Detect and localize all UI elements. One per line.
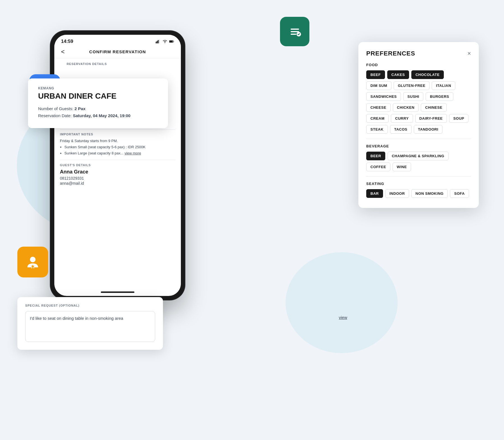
note-item-2: Sunken Large (seat capacity 8 pax... vie… [64, 150, 175, 156]
pref-divider-1 [366, 139, 471, 139]
food-tag-chocolate[interactable]: CHOCOLATE [411, 70, 444, 79]
food-tag-soup[interactable]: SOUP [449, 114, 468, 123]
battery-icon [169, 40, 174, 43]
menu-icon [287, 24, 303, 40]
beverage-tag-beer[interactable]: BEER [366, 152, 385, 160]
guests-label: Number of Guests: [38, 106, 73, 111]
important-notes-label: IMPORTANT NOTES [60, 133, 175, 136]
note-item-2-text: Sunken Large (seat capacity 8 pax... [64, 151, 123, 155]
note-line1: Friday & Saturday starts from 9 PM. [60, 138, 175, 144]
date-row: Reservation Date: Saturday, 04 May 2024,… [38, 113, 158, 118]
phone-screen: 14:59 [54, 35, 181, 296]
food-tags-container: BEEFCAKESCHOCOLATEDIM SUMGLUTEN-FREEITAL… [366, 70, 471, 134]
reservation-section-label: RESERVATION DETAILS [60, 58, 175, 68]
pref-divider-2 [366, 176, 471, 177]
seating-tag-non-smoking[interactable]: NON SMOKING [411, 189, 448, 198]
view-more-link[interactable]: view more [125, 151, 141, 155]
svg-rect-9 [158, 40, 159, 43]
date-label: Reservation Date: [38, 113, 72, 118]
svg-point-1 [30, 257, 36, 262]
status-bar: 14:59 [54, 35, 181, 47]
food-tag-burgers[interactable]: BURGERS [426, 92, 453, 101]
menu-app-icon[interactable] [280, 17, 309, 46]
special-request-card: SPECIAL REQUEST (OPTIONAL) [17, 297, 163, 350]
seating-section-label: SEATING [366, 182, 471, 186]
food-tag-gluten-free[interactable]: GLUTEN-FREE [394, 81, 430, 90]
food-tag-beef[interactable]: BEEF [366, 70, 385, 79]
signal-icon [156, 40, 161, 43]
wifi-icon [162, 40, 167, 43]
back-button[interactable]: < [61, 48, 65, 55]
guest-details-section: GUEST'S DETAILS Anna Grace 08121029331 a… [54, 163, 181, 186]
food-section-label: FOOD [366, 63, 471, 67]
beverage-tag-champagne---sparkling[interactable]: CHAMPAGNE & SPARKLING [388, 152, 448, 160]
food-tag-sushi[interactable]: SUSHI [403, 92, 423, 101]
beverage-tags-container: BEERCHAMPAGNE & SPARKLINGCOFFEEWINE [366, 152, 471, 171]
note-item-1: Sunken Small (seat capacity 5-6 pax) : I… [64, 144, 175, 150]
svg-rect-7 [156, 42, 157, 43]
seating-tag-indoor[interactable]: INDOOR [385, 189, 409, 198]
guests-value: 2 Pax [74, 106, 85, 111]
food-tag-cheese[interactable]: CHEESE [366, 103, 391, 112]
view-link[interactable]: view [339, 315, 347, 320]
special-request-label: SPECIAL REQUEST (OPTIONAL) [25, 304, 155, 307]
food-tag-chinese[interactable]: CHINESE [421, 103, 446, 112]
guest-name: Anna Grace [60, 169, 175, 175]
food-tag-cakes[interactable]: CAKES [387, 70, 409, 79]
svg-rect-3 [291, 29, 299, 30]
status-icons [156, 40, 174, 43]
food-tag-sandwiches[interactable]: SANDWICHES [366, 92, 401, 101]
food-tag-steak[interactable]: STEAK [366, 125, 388, 134]
food-tag-cream[interactable]: CREAM [366, 114, 389, 123]
restaurant-area: KEMANG [38, 86, 158, 90]
preferences-header: PREFERENCES × [366, 50, 471, 57]
seating-tag-bar[interactable]: BAR [366, 189, 383, 198]
reservation-section: RESERVATION DETAILS [54, 58, 181, 68]
notes-list: Sunken Small (seat capacity 5-6 pax) : I… [60, 144, 175, 156]
preferences-title: PREFERENCES [366, 50, 415, 57]
home-indicator [101, 291, 134, 293]
user-star-app-icon[interactable] [17, 247, 48, 277]
preferences-close-button[interactable]: × [467, 50, 471, 57]
guest-phone: 08121029331 [60, 176, 175, 180]
phone-time: 14:59 [61, 39, 73, 44]
food-tag-dairy-free[interactable]: DAIRY-FREE [415, 114, 447, 123]
food-tag-chicken[interactable]: CHICKEN [393, 103, 419, 112]
phone-body: 14:59 [50, 31, 185, 300]
food-tag-italian[interactable]: ITALIAN [432, 81, 455, 90]
phone-mockup: 14:59 [50, 31, 185, 300]
seating-tags-container: BARINDOORNON SMOKINGSOFA [366, 189, 471, 198]
beverage-section-label: BEVERAGE [366, 144, 471, 148]
preferences-panel: PREFERENCES × FOOD BEEFCAKESCHOCOLATEDIM… [358, 42, 479, 208]
food-tag-tandoori[interactable]: TANDOORI [414, 125, 443, 134]
guest-details-label: GUEST'S DETAILS [60, 163, 175, 167]
reservation-details-card: KEMANG URBAN DINER CAFE Number of Guests… [28, 78, 168, 128]
special-request-input[interactable] [25, 311, 155, 342]
food-tag-tacos[interactable]: TACOS [390, 125, 412, 134]
bg-blob-right [286, 252, 398, 353]
home-bar [54, 288, 181, 296]
svg-rect-8 [157, 41, 158, 43]
food-tag-dim-sum[interactable]: DIM SUM [366, 81, 391, 90]
important-notes-section: IMPORTANT NOTES Friday & Saturday starts… [54, 133, 181, 156]
svg-rect-4 [291, 31, 299, 32]
screen-title: CONFIRM RESERVATION [89, 49, 146, 54]
divider-2 [60, 160, 175, 160]
svg-rect-12 [169, 41, 173, 42]
svg-rect-5 [291, 34, 296, 35]
guests-row: Number of Guests: 2 Pax [38, 106, 158, 111]
guest-email: anna@mail.id [60, 181, 175, 186]
date-value: Saturday, 04 May 2024, 19:00 [73, 113, 130, 118]
restaurant-name: URBAN DINER CAFE [38, 92, 158, 101]
phone-app-header: < CONFIRM RESERVATION [54, 47, 181, 58]
seating-tag-sofa[interactable]: SOFA [450, 189, 469, 198]
beverage-tag-wine[interactable]: WINE [393, 163, 411, 171]
user-star-icon [25, 254, 41, 270]
beverage-tag-coffee[interactable]: COFFEE [366, 163, 390, 171]
svg-rect-10 [159, 40, 160, 43]
divider-1 [60, 129, 175, 130]
food-tag-curry[interactable]: CURRY [391, 114, 413, 123]
